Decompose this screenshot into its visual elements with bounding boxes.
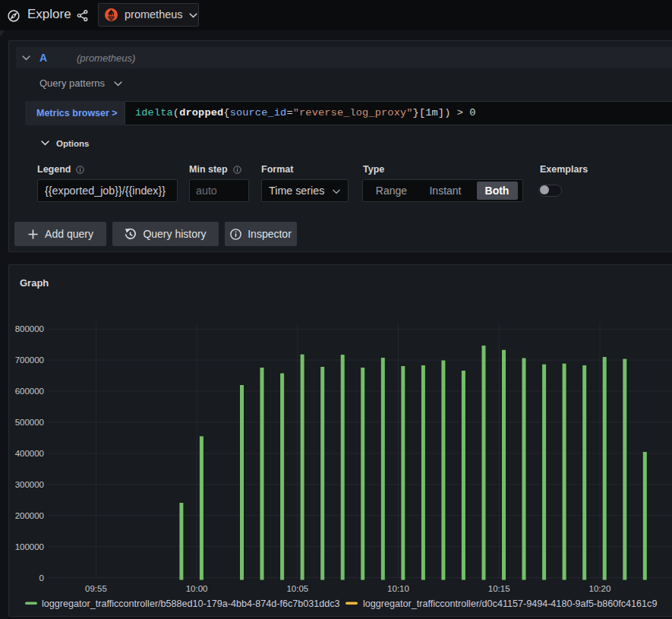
svg-text:10:20: 10:20 (589, 584, 611, 593)
svg-text:600000: 600000 (15, 387, 44, 396)
svg-text:400000: 400000 (15, 449, 44, 458)
svg-text:10:00: 10:00 (186, 584, 208, 593)
svg-text:10:05: 10:05 (286, 584, 308, 593)
svg-text:800000: 800000 (15, 324, 44, 333)
svg-text:300000: 300000 (15, 480, 44, 489)
svg-text:10:15: 10:15 (488, 584, 510, 593)
svg-text:100000: 100000 (15, 542, 44, 551)
svg-text:09:55: 09:55 (85, 584, 107, 593)
svg-text:500000: 500000 (15, 418, 44, 427)
svg-text:0: 0 (39, 573, 44, 583)
svg-text:loggregator_trafficcontroller/: loggregator_trafficcontroller/d0c41157-9… (363, 598, 657, 609)
svg-text:10:10: 10:10 (387, 584, 409, 593)
svg-text:loggregator_trafficcontroller/: loggregator_trafficcontroller/b588ed10-1… (42, 598, 340, 609)
svg-text:700000: 700000 (15, 355, 44, 365)
svg-text:200000: 200000 (15, 511, 44, 520)
